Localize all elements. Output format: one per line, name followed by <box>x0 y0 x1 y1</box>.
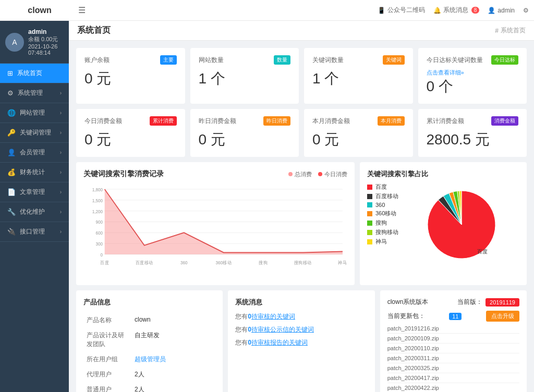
svg-text:600: 600 <box>95 230 103 236</box>
pie-legend-item: 百度移动 <box>367 192 398 200</box>
stat-card-0: 账户余额 主要 0 元 <box>76 48 185 104</box>
patch-count: 11 <box>449 313 462 320</box>
info-key: 产品设计及研发团队 <box>84 328 131 351</box>
bottom-row: 产品信息 产品名称clown产品设计及研发团队自主研发所在用户组超级管理员代理用… <box>76 290 527 392</box>
sidebar-item-label: 💰财务统计 <box>7 168 45 177</box>
product-info-row: 普通用户2人 <box>84 383 214 392</box>
info-val: 自主研发 <box>132 328 214 351</box>
stat-badge: 昨日消费 <box>263 116 290 126</box>
sidebar-item-optimize[interactable]: 🔧优化维护› <box>0 202 69 222</box>
sidebar-item-home[interactable]: ⊞系统首页 <box>0 64 69 83</box>
breadcrumb: # 系统首页 <box>495 26 526 35</box>
sidebar-item-api[interactable]: 🔌接口管理› <box>0 222 69 242</box>
svg-text:神马: 神马 <box>338 260 347 265</box>
patch-item: patch_20191216.zip <box>387 324 519 334</box>
sys-version-badge: 20191119 <box>486 298 519 307</box>
sidebar-item-finance[interactable]: 💰财务统计› <box>0 163 69 182</box>
msg-link[interactable]: 待审核的关键词 <box>251 313 295 320</box>
msg-link[interactable]: 待审核公示信的关键词 <box>251 326 314 333</box>
user-name: admin <box>28 28 64 35</box>
line-chart-card: 关键词搜索引擎消费记录 总消费今日消费 03006009001,2001,500… <box>76 162 355 285</box>
sys-version-prefix: 当前版： <box>457 298 482 307</box>
svg-text:百度: 百度 <box>100 260 109 265</box>
today-detail-link[interactable]: 点击查看详细» <box>427 69 464 76</box>
pie-label: 百度 <box>375 183 387 191</box>
svg-text:搜狗移动: 搜狗移动 <box>294 260 312 265</box>
stat-label: 累计消费金额 消费金额 <box>427 116 519 126</box>
breadcrumb-bar: 系统首页 # 系统首页 <box>69 21 534 41</box>
chart-title: 关键词搜索引擎消费记录 <box>83 169 164 179</box>
settings-button[interactable]: ⚙ <box>523 7 529 14</box>
notify-button[interactable]: 🔔 系统消息 8 <box>433 6 480 15</box>
sidebar-user: A admin 余额 0.00元 2021-10-26 07:48:14 <box>0 21 69 64</box>
sidebar-item-website[interactable]: 🌐网站管理› <box>0 103 69 123</box>
pie-label: 神马 <box>375 238 387 246</box>
avatar: A <box>5 33 24 52</box>
chart-legend: 总消费今日消费 <box>288 170 347 178</box>
svg-text:360: 360 <box>180 260 188 265</box>
pie-dot <box>367 194 372 199</box>
svg-text:百度: 百度 <box>477 249 488 254</box>
pie-dot <box>367 220 372 226</box>
qr-icon: 📱 <box>378 7 385 14</box>
sidebar-item-content[interactable]: 📄文章管理› <box>0 182 69 202</box>
pie-title: 关键词搜索引擎占比 <box>367 169 519 179</box>
svg-text:360移动: 360移动 <box>216 260 232 265</box>
stat-badge: 主要 <box>160 55 177 65</box>
sidebar-arrow: › <box>60 130 62 136</box>
pie-legend-item: 百度 <box>367 183 398 191</box>
sidebar-item-label: ⊞系统首页 <box>7 69 42 78</box>
sidebar-arrow: › <box>60 110 62 116</box>
page-title: 系统首页 <box>77 25 111 36</box>
stat-label: 网站数量 数量 <box>199 55 291 65</box>
patch-item: patch_20200422.zip <box>387 383 519 392</box>
stat-card-1: 网站数量 数量 1 个 <box>190 48 299 104</box>
system-messages-card: 系统消息 您有0待审核的关键词您有0待审核公示信的关键词您有0待审核报告的关键词 <box>228 290 374 392</box>
sidebar-item-label: ⚙系统管理 <box>7 89 43 97</box>
sys-message-item: 您有0待审核的关键词 <box>235 312 367 321</box>
msg-link[interactable]: 待审核报告的关键词 <box>251 339 308 346</box>
patch-prefix: 当前更新包： <box>387 312 425 321</box>
sidebar-arrow: › <box>60 169 62 175</box>
product-info-row: 所在用户组超级管理员 <box>84 352 214 366</box>
sidebar-toggle[interactable]: ☰ <box>78 5 86 15</box>
sidebar-icon: 🔑 <box>7 129 16 137</box>
qr-button[interactable]: 📱 公众号二维码 <box>378 6 425 15</box>
system-messages-title: 系统消息 <box>235 298 367 307</box>
stat-card-0: 今日消费金额 累计消费 0 元 <box>76 109 185 157</box>
main-content: 系统首页 # 系统首页 账户余额 主要 0 元 网站数量 数量 1 个 <box>69 21 534 392</box>
user-balance: 余额 0.00元 <box>28 35 64 43</box>
product-info-row: 代理用户2人 <box>84 368 214 382</box>
info-key: 所在用户组 <box>84 352 131 366</box>
notify-label: 系统消息 <box>443 6 468 15</box>
sidebar-icon: ⚙ <box>7 89 14 97</box>
admin-button[interactable]: 👤 admin <box>488 7 515 14</box>
sidebar-icon: ⊞ <box>7 69 13 77</box>
stat-badge: 消费金额 <box>491 116 518 126</box>
chart-header: 关键词搜索引擎消费记录 总消费今日消费 <box>83 169 347 179</box>
svg-text:搜狗: 搜狗 <box>259 260 268 265</box>
app-logo: clown <box>5 6 74 15</box>
settings-icon: ⚙ <box>523 7 529 14</box>
user-group-link[interactable]: 超级管理员 <box>135 356 166 363</box>
sidebar-item-keyword[interactable]: 🔑关键词管理› <box>0 123 69 143</box>
sidebar-item-member[interactable]: 👤会员管理› <box>0 143 69 163</box>
stat-label: 昨日消费金额 昨日消费 <box>199 116 291 126</box>
product-info-card: 产品信息 产品名称clown产品设计及研发团队自主研发所在用户组超级管理员代理用… <box>76 290 223 392</box>
svg-text:1,200: 1,200 <box>92 209 103 214</box>
topbar: clown ☰ 📱 公众号二维码 🔔 系统消息 8 👤 admin ⚙ <box>0 0 534 21</box>
stat-value: 0 元 <box>312 130 405 150</box>
upgrade-button[interactable]: 点击升级 <box>486 311 519 322</box>
stat-card-2: 关键词数量 关键词 1 个 <box>304 48 413 104</box>
pie-dot <box>367 185 372 190</box>
stat-badge: 本月消费 <box>378 116 405 126</box>
stat-label: 关键词数量 关键词 <box>312 55 405 65</box>
legend-item: 总消费 <box>288 170 312 178</box>
pie-legend-item: 搜狗 <box>367 219 398 227</box>
sidebar-item-system[interactable]: ⚙系统管理› <box>0 83 69 103</box>
patch-list: patch_20191216.zippatch_20200109.zippatc… <box>387 324 519 392</box>
user-info: admin 余额 0.00元 2021-10-26 07:48:14 <box>28 28 64 56</box>
bar-chart-wrap: 03006009001,2001,5001,800百度百度移动360360移动搜… <box>83 184 347 278</box>
stats-row-1: 账户余额 主要 0 元 网站数量 数量 1 个 关键词数量 关键词 1 个 今日… <box>76 48 527 104</box>
topbar-left: clown ☰ <box>5 5 86 15</box>
